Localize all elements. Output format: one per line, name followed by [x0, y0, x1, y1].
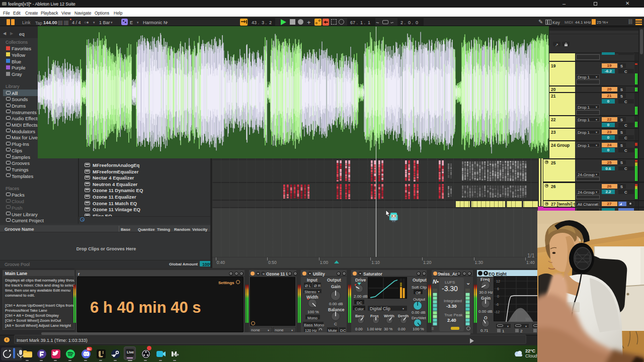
svg-text:-12: -12 [495, 310, 500, 314]
svg-text:100: 100 [525, 317, 531, 321]
svg-text:6: 6 [497, 287, 499, 291]
svg-text:0: 0 [497, 295, 499, 298]
svg-text:-6: -6 [496, 303, 499, 306]
svg-text:12: 12 [496, 280, 500, 283]
